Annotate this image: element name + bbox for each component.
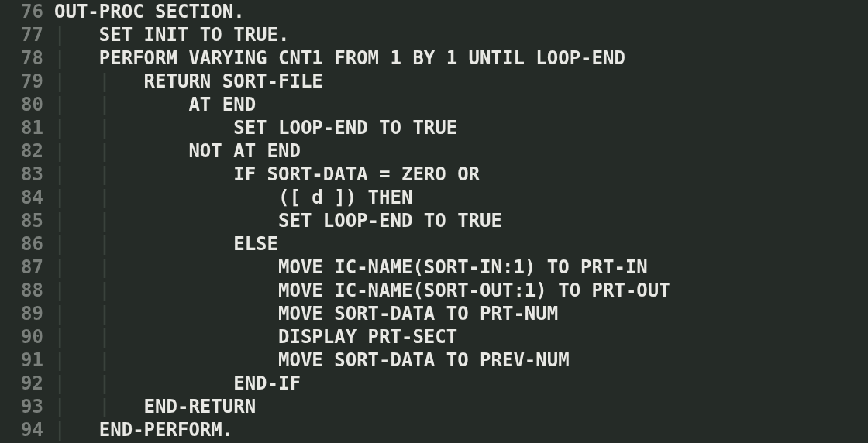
code-line[interactable]: 92| | END-IF bbox=[0, 372, 868, 395]
indent-guides: | | bbox=[54, 256, 144, 279]
indent-guides: | | bbox=[54, 116, 144, 139]
code-line[interactable]: 82| | NOT AT END bbox=[0, 139, 868, 163]
code-line[interactable]: 88| | MOVE IC-NAME(SORT-OUT:1) TO PRT-OU… bbox=[0, 279, 868, 302]
line-number: 83 bbox=[0, 163, 54, 186]
line-number: 86 bbox=[0, 232, 54, 256]
indent-guides: | | bbox=[54, 139, 144, 163]
indent-guides: | | bbox=[54, 325, 144, 349]
indent-guides: | | bbox=[54, 372, 144, 395]
code-line[interactable]: 77| SET INIT TO TRUE. bbox=[0, 23, 868, 46]
code-line[interactable]: 83| | IF SORT-DATA = ZERO OR bbox=[0, 163, 868, 186]
code-line[interactable]: 81| | SET LOOP-END TO TRUE bbox=[0, 116, 868, 139]
code-text[interactable]: AT END bbox=[144, 93, 257, 116]
line-number: 85 bbox=[0, 209, 54, 232]
line-number: 90 bbox=[0, 325, 54, 349]
indent-guides: | bbox=[54, 23, 99, 46]
line-number: 82 bbox=[0, 139, 54, 163]
code-text[interactable]: IF SORT-DATA = ZERO OR bbox=[144, 163, 480, 186]
code-text[interactable]: MOVE IC-NAME(SORT-IN:1) TO PRT-IN bbox=[144, 256, 648, 279]
line-number: 81 bbox=[0, 116, 54, 139]
indent-guides: | | bbox=[54, 395, 144, 418]
line-number: 79 bbox=[0, 70, 54, 93]
line-number: 91 bbox=[0, 349, 54, 372]
code-line[interactable]: 76OUT-PROC SECTION. bbox=[0, 0, 868, 23]
line-number: 89 bbox=[0, 302, 54, 325]
code-text[interactable]: MOVE IC-NAME(SORT-OUT:1) TO PRT-OUT bbox=[144, 279, 670, 302]
indent-guides: | bbox=[54, 418, 99, 441]
indent-guides: | | bbox=[54, 163, 144, 186]
code-line[interactable]: 86| | ELSE bbox=[0, 232, 868, 256]
code-line[interactable]: 80| | AT END bbox=[0, 93, 868, 116]
code-line[interactable]: 94| END-PERFORM. bbox=[0, 418, 868, 441]
code-line[interactable]: 79| | RETURN SORT-FILE bbox=[0, 70, 868, 93]
indent-guides: | | bbox=[54, 186, 144, 209]
indent-guides: | | bbox=[54, 93, 144, 116]
code-line[interactable]: 90| | DISPLAY PRT-SECT bbox=[0, 325, 868, 349]
code-text[interactable]: NOT AT END bbox=[144, 139, 301, 163]
code-line[interactable]: 84| | ([ d ]) THEN bbox=[0, 186, 868, 209]
indent-guides: | | bbox=[54, 209, 144, 232]
line-number: 92 bbox=[0, 372, 54, 395]
line-number: 78 bbox=[0, 46, 54, 70]
code-text[interactable]: PERFORM VARYING CNT1 FROM 1 BY 1 UNTIL L… bbox=[99, 46, 625, 70]
code-text[interactable]: SET LOOP-END TO TRUE bbox=[144, 209, 502, 232]
code-line[interactable]: 78| PERFORM VARYING CNT1 FROM 1 BY 1 UNT… bbox=[0, 46, 868, 70]
code-line[interactable]: 91| | MOVE SORT-DATA TO PREV-NUM bbox=[0, 349, 868, 372]
code-text[interactable]: SET LOOP-END TO TRUE bbox=[144, 116, 458, 139]
line-number: 84 bbox=[0, 186, 54, 209]
indent-guides: | | bbox=[54, 70, 144, 93]
code-text[interactable]: OUT-PROC SECTION. bbox=[54, 0, 245, 23]
line-number: 76 bbox=[0, 0, 54, 23]
code-text[interactable]: END-RETURN bbox=[144, 395, 257, 418]
code-editor[interactable]: 76OUT-PROC SECTION.77| SET INIT TO TRUE.… bbox=[0, 0, 868, 441]
indent-guides: | | bbox=[54, 279, 144, 302]
code-text[interactable]: DISPLAY PRT-SECT bbox=[144, 325, 458, 349]
code-text[interactable]: RETURN SORT-FILE bbox=[144, 70, 323, 93]
line-number: 80 bbox=[0, 93, 54, 116]
indent-guides: | | bbox=[54, 232, 144, 256]
line-number: 77 bbox=[0, 23, 54, 46]
code-line[interactable]: 93| | END-RETURN bbox=[0, 395, 868, 418]
code-line[interactable]: 85| | SET LOOP-END TO TRUE bbox=[0, 209, 868, 232]
line-number: 88 bbox=[0, 279, 54, 302]
code-text[interactable]: END-PERFORM. bbox=[99, 418, 233, 441]
code-line[interactable]: 89| | MOVE SORT-DATA TO PRT-NUM bbox=[0, 302, 868, 325]
code-text[interactable]: MOVE SORT-DATA TO PRT-NUM bbox=[144, 302, 559, 325]
indent-guides: | | bbox=[54, 302, 144, 325]
indent-guides: | bbox=[54, 46, 99, 70]
code-line[interactable]: 87| | MOVE IC-NAME(SORT-IN:1) TO PRT-IN bbox=[0, 256, 868, 279]
line-number: 93 bbox=[0, 395, 54, 418]
line-number: 87 bbox=[0, 256, 54, 279]
indent-guides: | | bbox=[54, 349, 144, 372]
line-number: 94 bbox=[0, 418, 54, 441]
code-text[interactable]: SET INIT TO TRUE. bbox=[99, 23, 290, 46]
code-text[interactable]: ELSE bbox=[144, 232, 278, 256]
code-text[interactable]: MOVE SORT-DATA TO PREV-NUM bbox=[144, 349, 570, 372]
code-text[interactable]: ([ d ]) THEN bbox=[144, 186, 413, 209]
code-text[interactable]: END-IF bbox=[144, 372, 301, 395]
